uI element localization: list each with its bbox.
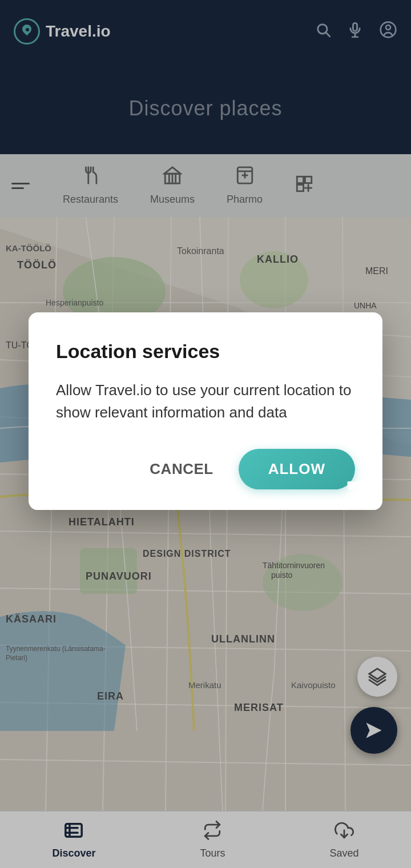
dialog-title: Location services	[56, 340, 355, 363]
dialog-body: Allow Travel.io to use your current loca…	[56, 379, 355, 424]
location-services-dialog: Location services Allow Travel.io to use…	[29, 312, 382, 510]
cursor-icon: ☛	[346, 476, 361, 495]
dialog-actions: CANCEL ALLOW ☛	[56, 449, 355, 489]
cancel-button[interactable]: CANCEL	[136, 451, 227, 487]
allow-button[interactable]: ALLOW ☛	[239, 449, 355, 489]
allow-label: ALLOW	[268, 460, 325, 477]
